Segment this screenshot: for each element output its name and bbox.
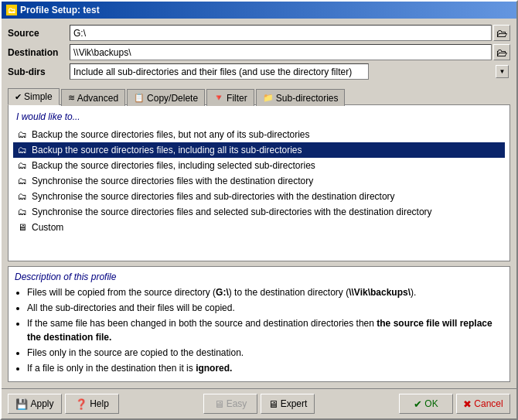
filter-tab-label: Filter (227, 93, 247, 104)
help-label: Help (90, 398, 109, 409)
option-icon: 🗂 (16, 206, 29, 218)
expert-label: Expert (281, 398, 308, 409)
ok-icon: ✔ (414, 398, 422, 410)
advanced-tab-icon: ≋ (68, 93, 75, 103)
easy-button[interactable]: 🖥 Easy (203, 394, 257, 414)
destination-browse-button[interactable]: 🗁 (493, 44, 510, 60)
list-item[interactable]: 🗂 Backup the source directories files, b… (13, 127, 505, 142)
tab-copy-delete[interactable]: 📋 Copy/Delete (127, 89, 205, 106)
description-text: Files will be copied from the source dir… (15, 285, 503, 375)
subdirectories-tab-icon: 📁 (263, 93, 274, 103)
subdirs-select-wrapper: Include all sub-directories and their fi… (70, 63, 510, 80)
option-text: Backup the source directories files, but… (32, 129, 310, 140)
source-browse-button[interactable]: 🗁 (493, 25, 510, 41)
window-title: Profile Setup: test (20, 5, 100, 15)
description-title: Description of this profile (15, 271, 503, 282)
simple-tab-icon: ✔ (15, 92, 22, 102)
source-label: Source (8, 28, 70, 39)
tab-filter[interactable]: 🔻 Filter (206, 89, 254, 106)
apply-icon: 💾 (15, 398, 28, 410)
list-item[interactable]: 🗂 Synchronise the source directories fil… (13, 189, 505, 204)
title-bar: 🗂 Profile Setup: test (2, 2, 516, 19)
ok-label: OK (424, 398, 438, 409)
apply-button[interactable]: 💾 Apply (8, 394, 62, 414)
destination-row: Destination 🗁 (8, 44, 510, 60)
dropdown-arrow-icon: ▼ (496, 65, 509, 78)
option-text: Backup the source directories files, inc… (32, 160, 315, 171)
easy-label: Easy (227, 398, 247, 409)
option-text: Synchronise the source directories files… (32, 207, 432, 217)
bottom-bar: 💾 Apply ❓ Help 🖥 Easy 🖥 Expert ✔ OK (2, 388, 516, 418)
ok-button[interactable]: ✔ OK (399, 394, 453, 414)
option-icon: 🗂 (16, 159, 29, 172)
option-text: Synchronise the source directories files… (32, 191, 395, 202)
option-text: Backup the source directories files, inc… (32, 145, 302, 155)
expert-icon: 🖥 (268, 398, 278, 410)
copy-delete-tab-label: Copy/Delete (147, 93, 198, 104)
apply-label: Apply (30, 398, 53, 409)
advanced-tab-label: Advanced (77, 93, 118, 104)
source-input[interactable] (70, 25, 492, 41)
tab-advanced[interactable]: ≋ Advanced (61, 89, 125, 106)
option-icon: 🗂 (16, 128, 29, 141)
tabs-bar: ✔ Simple ≋ Advanced 📋 Copy/Delete 🔻 Filt… (8, 87, 510, 105)
filter-tab-icon: 🔻 (213, 93, 224, 103)
right-buttons: ✔ OK ✖ Cancel (399, 394, 510, 414)
subdirs-select[interactable]: Include all sub-directories and their fi… (70, 63, 369, 80)
expert-button[interactable]: 🖥 Expert (261, 394, 315, 414)
list-item[interactable]: 🗂 Backup the source directories files, i… (13, 158, 505, 173)
left-buttons: 💾 Apply ❓ Help (8, 394, 119, 414)
list-item[interactable]: 🗂 Synchronise the source directories fil… (13, 204, 505, 220)
source-row: Source 🗁 (8, 25, 510, 41)
option-text: Custom (32, 222, 63, 233)
title-icon: 🗂 (6, 5, 17, 15)
panel-title: I would like to... (13, 110, 505, 124)
option-text: Synchronise the source directories files… (32, 176, 313, 186)
subdirs-label: Sub-dirs (8, 67, 70, 77)
cancel-icon: ✖ (463, 398, 472, 410)
cancel-button[interactable]: ✖ Cancel (456, 394, 510, 414)
list-item[interactable]: 🖥 Custom (13, 220, 505, 235)
tab-simple[interactable]: ✔ Simple (8, 88, 60, 105)
options-panel: I would like to... 🗂 Backup the source d… (8, 105, 510, 261)
option-icon: 🗂 (16, 190, 29, 203)
main-window: 🗂 Profile Setup: test Source 🗁 Destinati… (0, 0, 518, 420)
panel-inner: I would like to... 🗂 Backup the source d… (9, 105, 509, 261)
easy-icon: 🖥 (214, 398, 224, 410)
option-icon: 🖥 (16, 221, 29, 234)
copy-delete-tab-icon: 📋 (134, 93, 145, 103)
subdirs-row: Sub-dirs Include all sub-directories and… (8, 63, 510, 80)
folder-icon: 🗁 (496, 46, 507, 59)
destination-input[interactable] (70, 44, 492, 60)
help-icon: ❓ (75, 398, 87, 410)
option-icon: 🗂 (16, 175, 29, 187)
list-item[interactable]: 🗂 Backup the source directories files, i… (13, 142, 505, 158)
cancel-label: Cancel (474, 398, 503, 409)
content-area: Source 🗁 Destination 🗁 Sub-dirs Include … (2, 19, 516, 388)
list-item[interactable]: 🗂 Synchronise the source directories fil… (13, 173, 505, 189)
subdirectories-tab-label: Sub-directories (276, 93, 339, 104)
description-panel: Description of this profile Files will b… (8, 266, 510, 382)
help-button[interactable]: ❓ Help (65, 394, 119, 414)
option-icon: 🗂 (16, 144, 29, 156)
simple-tab-label: Simple (24, 91, 53, 102)
center-buttons: 🖥 Easy 🖥 Expert (203, 394, 315, 414)
tab-subdirectories[interactable]: 📁 Sub-directories (256, 89, 346, 106)
folder-icon: 🗁 (496, 27, 507, 39)
destination-label: Destination (8, 47, 70, 58)
